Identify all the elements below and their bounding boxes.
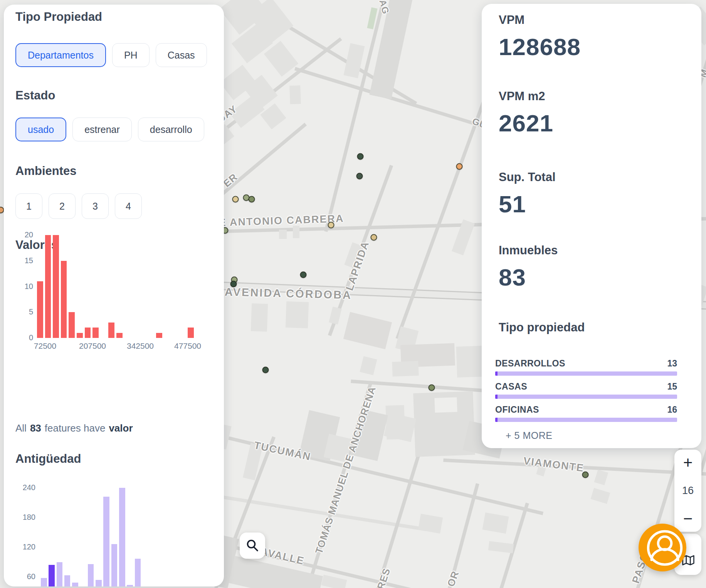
filter-option-ph[interactable]: PH [112,43,150,67]
histogram-bar[interactable] [92,328,99,338]
building [482,512,509,534]
user-account-button[interactable] [639,524,686,571]
row-bar [495,371,677,376]
histogram-bar[interactable] [45,235,51,338]
property-marker[interactable] [230,281,237,287]
property-marker[interactable] [232,196,239,203]
street-line [190,490,427,531]
filter-option-1[interactable]: 1 [15,193,42,219]
property-marker[interactable] [456,163,463,170]
histogram-bar[interactable] [49,565,55,586]
metric-sup-total: Sup. Total 51 [499,170,556,218]
building [488,541,514,553]
building [260,103,286,129]
y-axis-tick: 60 [13,572,35,581]
metric-label: Sup. Total [499,170,556,184]
metric-vpm: VPM 128688 [499,13,581,60]
note-field: valor [109,422,133,434]
property-marker[interactable] [371,234,377,241]
building [360,356,377,375]
y-axis-tick: 240 [13,483,35,492]
histogram-bar[interactable] [77,333,83,338]
show-more-button[interactable]: + 5 MORE [506,430,552,441]
building [329,307,341,325]
row-value: 15 [667,381,677,392]
histogram-bar[interactable] [64,575,71,586]
antiguedad-histogram[interactable] [41,482,207,586]
ambientes-options: 1234 [15,193,142,219]
map-search-button[interactable] [240,533,265,559]
histogram-bar[interactable] [111,544,118,586]
row-value: 13 [667,358,677,369]
metric-value: 2621 [499,109,553,137]
search-icon [245,549,260,554]
tipo-propiedad-options: DepartamentosPHCasas [15,43,207,67]
breakdown-row-casas: 15 CASAS [495,381,677,399]
x-axis-tick: 477500 [165,341,211,351]
metric-value: 51 [499,190,556,218]
y-axis-tick: 20 [15,230,33,239]
filter-option-departamentos[interactable]: Departamentos [15,43,106,67]
metric-label: Inmuebles [499,244,558,257]
metric-label: VPM m2 [499,89,553,103]
property-marker[interactable] [582,472,589,478]
histogram-bar[interactable] [96,580,102,586]
filters-panel: Tipo Propiedad DepartamentosPHCasas Esta… [4,5,224,586]
filter-option-estrenar[interactable]: estrenar [72,118,132,141]
filter-option-3[interactable]: 3 [82,193,109,219]
breakdown-title: Tipo propiedad [499,321,585,334]
building [289,86,301,104]
filter-option-4[interactable]: 4 [115,193,142,219]
section-title-ambientes: Ambientes [15,164,76,178]
note-prefix: All [15,422,27,434]
filter-option-2[interactable]: 2 [49,193,76,219]
histogram-bar[interactable] [135,559,141,587]
building [434,397,457,413]
property-marker[interactable] [357,153,364,160]
property-marker[interactable] [262,367,269,373]
histogram-bar[interactable] [72,583,78,586]
real-estate-map-dashboard: JOSÉ ANTONIO CABRERAAVENIDA CÓRDOBALAPRI… [0,0,706,588]
histogram-bar[interactable] [37,281,43,338]
section-title-estado: Estado [15,89,55,102]
row-label: DESARROLLOS [495,358,565,368]
histogram-bar[interactable] [119,488,125,586]
histogram-bar[interactable] [103,497,109,586]
estado-options: usadoestrenardesarrollo [15,118,204,141]
histogram-bar[interactable] [57,562,63,587]
features-note: All83features havevalor [15,422,133,434]
property-marker[interactable] [328,222,335,228]
histogram-bar[interactable] [53,235,59,338]
filter-option-casas[interactable]: Casas [156,43,207,67]
building [343,312,392,349]
histogram-bar[interactable] [156,333,162,338]
building [591,488,610,504]
breakdown-row-desarrollos: 13 DESARROLLOS [495,358,677,376]
y-axis-tick: 0 [15,333,33,342]
filter-option-desarrollo[interactable]: desarrollo [138,118,204,141]
section-title-tipo-propiedad: Tipo Propiedad [15,10,102,24]
filter-option-usado[interactable]: usado [15,118,66,141]
property-marker[interactable] [300,272,307,278]
row-label: OFICINAS [495,405,539,415]
property-marker[interactable] [249,196,255,203]
breakdown-row-oficinas: 16 OFICINAS [495,405,677,422]
zoom-in-button[interactable]: + [681,455,695,470]
histogram-bar[interactable] [127,585,133,587]
histogram-bar[interactable] [85,328,91,338]
building [286,301,309,328]
histogram-bar[interactable] [188,328,194,338]
property-marker[interactable] [356,173,363,180]
property-marker[interactable] [429,385,435,391]
valores-histogram[interactable] [37,232,203,338]
histogram-bar[interactable] [61,261,67,338]
zoom-level: 16 [682,485,694,497]
histogram-bar[interactable] [69,312,75,338]
histogram-bar[interactable] [41,578,47,586]
property-marker[interactable] [0,207,4,213]
histogram-bar[interactable] [88,564,94,586]
metric-vpm-m2: VPM m2 2621 [499,89,553,137]
histogram-bar[interactable] [116,333,123,338]
y-axis-tick: 120 [13,543,35,551]
histogram-bar[interactable] [108,323,114,338]
